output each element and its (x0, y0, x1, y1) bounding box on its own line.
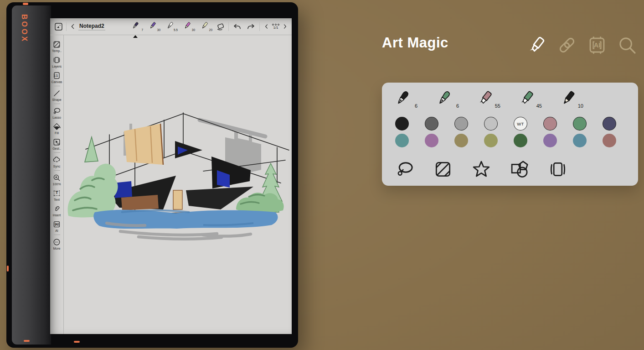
sidebar-divider (54, 104, 60, 104)
sidebar-item-label: Insert (53, 214, 61, 217)
sidebar-item-gesture[interactable]: Gest.. (52, 138, 61, 150)
toolbar-pen-5-pencil[interactable]: 20 (200, 21, 212, 32)
panel-pen-row: 6 6 55 45 10 (393, 89, 627, 110)
panel-pen-2-fountain[interactable]: 6 (435, 89, 455, 110)
sidebar-item-zoom[interactable]: 100% (52, 173, 61, 186)
boox-tablet-device: BOOX Notepad2 7 (6, 2, 298, 348)
sidebar-item-template[interactable]: Temp.. (52, 40, 62, 52)
sidebar-divider (54, 170, 60, 171)
sidebar-item-label: AI (55, 229, 58, 232)
color-swatch[interactable] (603, 134, 616, 147)
accent-mark-bottom-2 (74, 341, 80, 343)
link-icon[interactable] (556, 35, 577, 56)
color-swatch-row-1: WT (393, 117, 627, 131)
toolbar-pen-2-pencil[interactable]: 30 (148, 21, 160, 32)
pen-settings-panel: 6 6 55 45 10 WT (382, 83, 638, 186)
sidebar-item-more[interactable]: More (52, 238, 61, 250)
page-dots-icon (272, 24, 279, 26)
toolbar-pen-4-pencil[interactable]: 30 (183, 21, 195, 32)
sidebar-item-label: Canvas (52, 80, 62, 84)
color-swatch[interactable] (543, 117, 557, 131)
back-button[interactable] (69, 23, 77, 30)
eraser-icon[interactable] (216, 22, 226, 31)
sidebar-item-insert[interactable]: Insert (52, 204, 61, 217)
pen-size-label: 55 (495, 103, 500, 109)
page-navigation: 1/1 (263, 23, 288, 30)
shapes-tool-icon[interactable] (510, 159, 530, 179)
sidebar-item-fill[interactable]: Fill (52, 122, 61, 135)
toolbar-pen-1-fountain[interactable]: 7 (131, 21, 143, 32)
previous-page-button[interactable] (263, 23, 270, 30)
color-swatch[interactable] (454, 134, 468, 147)
sidebar-item-label: Shape (52, 98, 61, 101)
toolbar-divider (228, 22, 229, 31)
color-swatch[interactable] (454, 117, 468, 131)
toolbar-divider (66, 22, 67, 31)
color-swatch[interactable] (603, 117, 616, 131)
sidebar-item-label: More (53, 247, 61, 250)
page: BOOX Notepad2 7 (0, 0, 644, 350)
layers-tool-icon[interactable] (548, 159, 568, 179)
drawing-canvas[interactable] (64, 35, 292, 334)
color-swatch[interactable] (484, 117, 498, 131)
sidebar-divider (54, 235, 60, 235)
undo-button[interactable] (232, 22, 242, 31)
sidebar-item-label: Sync (53, 165, 61, 168)
page-number: 1/1 (273, 26, 278, 30)
toolbar-pen-3-fountain[interactable]: 5.5 (165, 21, 178, 32)
sidebar-item-label: 100% (53, 183, 61, 186)
sidebar-item-shape[interactable]: Shape (52, 89, 61, 101)
panel-pen-3-marker[interactable]: 55 (476, 89, 496, 110)
floating-toolbar-icon[interactable] (54, 22, 63, 31)
notebook-title[interactable]: Notepad2 (78, 23, 105, 31)
sidebar-item-sync[interactable]: Sync (52, 156, 61, 168)
sidebar-item-lasso[interactable]: Lasso (52, 107, 61, 119)
sidebar-item-label: Gest.. (52, 147, 61, 150)
boox-logo: BOOX (20, 14, 28, 43)
color-swatch[interactable] (395, 117, 409, 131)
sidebar-item-text[interactable]: T Text (52, 189, 61, 201)
color-swatch[interactable] (543, 134, 557, 147)
sidebar-item-label: Temp.. (52, 49, 62, 52)
page-indicator[interactable]: 1/1 (272, 24, 279, 30)
color-swatch[interactable] (573, 134, 587, 147)
sidebar-item-layers[interactable]: Layers (52, 56, 62, 68)
undo-redo-group (232, 22, 256, 31)
toolbar-pen-group: 7 30 5.5 30 (131, 21, 212, 32)
sidebar-item-ai[interactable]: AI AI (52, 220, 61, 232)
color-swatch[interactable] (514, 134, 527, 147)
sidebar-item-label: Text (54, 198, 60, 201)
color-swatch[interactable] (484, 134, 498, 147)
color-swatch[interactable] (573, 117, 587, 131)
color-swatch[interactable] (395, 134, 409, 147)
swatch-label: WT (517, 121, 524, 126)
sidebar-item-label: Layers (52, 65, 62, 68)
ai-icon[interactable] (587, 35, 608, 56)
color-swatch[interactable] (425, 117, 438, 131)
accent-mark-left (7, 266, 9, 272)
redo-button[interactable] (246, 22, 256, 31)
sidebar-divider (54, 86, 60, 86)
panel-pen-1-fountain[interactable]: 6 (393, 89, 413, 110)
highlighter-icon[interactable] (526, 35, 547, 56)
pattern-tool-icon[interactable] (433, 159, 453, 179)
pen-size-label: 5.5 (174, 28, 178, 31)
color-swatch[interactable] (425, 134, 438, 147)
panel-pen-5-pencil[interactable]: 10 (559, 89, 579, 110)
text-badge: T (52, 190, 61, 196)
tool-sidebar: Temp.. Layers 1:1 Canvas Shape (50, 35, 64, 334)
search-icon[interactable] (617, 35, 638, 56)
sidebar-item-canvas[interactable]: 1:1 Canvas (52, 71, 62, 84)
color-swatch-row-2 (393, 134, 627, 147)
panel-pen-4-marker[interactable]: 45 (518, 89, 538, 110)
star-shape-icon[interactable] (471, 159, 491, 179)
sidebar-item-label: Fill (55, 131, 59, 135)
sidebar-item-label: Lasso (52, 116, 61, 119)
pen-size-label: 45 (536, 103, 542, 109)
lasso-tool-icon[interactable] (395, 159, 415, 179)
pen-size-label: 30 (157, 28, 160, 31)
pen-size-label: 6 (456, 103, 459, 109)
color-swatch-white[interactable]: WT (514, 117, 527, 131)
ai-badge: AI (52, 221, 61, 227)
next-page-button[interactable] (282, 23, 288, 30)
